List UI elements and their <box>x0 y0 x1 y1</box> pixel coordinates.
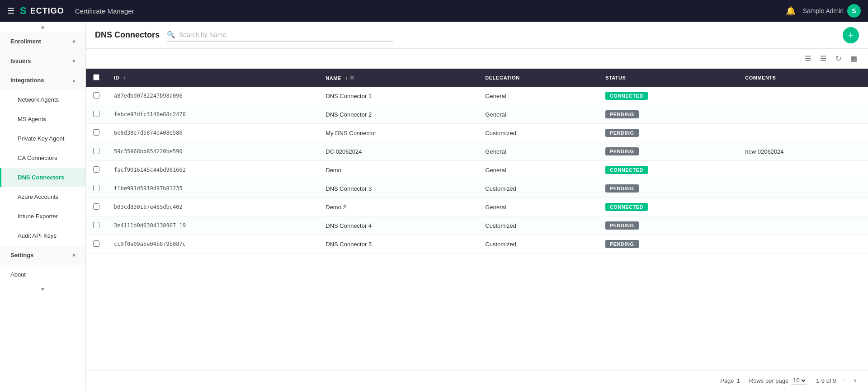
row-id: 3e4111d0d6304138907 19 <box>107 216 318 235</box>
status-badge: PENDING <box>605 221 639 230</box>
sidebar-item-integrations[interactable]: Integrations▲ <box>0 70 85 90</box>
range-label: 1-9 of 9 <box>816 377 836 384</box>
columns-icon[interactable]: ▦ <box>849 52 859 65</box>
rows-per-page-select[interactable]: 10 25 50 <box>791 376 807 385</box>
row-status: PENDING <box>598 142 738 161</box>
sidebar-item-issuers[interactable]: Issuers▼ <box>0 51 85 70</box>
row-checkbox-5[interactable] <box>93 185 99 191</box>
sidebar-scroll-up[interactable]: ▲ <box>0 22 85 32</box>
row-name: DNS Connector 1 <box>318 87 478 105</box>
page-title: DNS Connectors <box>95 30 160 40</box>
chevron-icon-settings: ▼ <box>71 253 76 258</box>
sidebar: ▲ Enrollment▼Issuers▼Integrations▲Networ… <box>0 22 86 390</box>
header-id[interactable]: ID ↑ <box>107 69 318 87</box>
table-row: f1be991d5919497b81235 DNS Connector 3 Cu… <box>86 179 868 198</box>
header-status: STATUS <box>598 69 738 87</box>
row-checkbox-cell <box>86 235 107 254</box>
row-checkbox-2[interactable] <box>93 129 99 136</box>
sidebar-item-private-key-agent[interactable]: Private Key Agent <box>0 129 85 148</box>
row-checkbox-4[interactable] <box>93 166 99 173</box>
status-badge: CONNECTED <box>605 166 648 174</box>
row-delegation: Customized <box>478 124 598 142</box>
header-checkbox-cell <box>86 69 107 87</box>
row-checkbox-8[interactable] <box>93 240 99 247</box>
sidebar-item-intune-exporter[interactable]: Intune Exporter <box>0 207 85 226</box>
page-number: 1 <box>737 377 740 384</box>
sidebar-item-settings[interactable]: Settings▼ <box>0 245 85 265</box>
footer-rows-per-page: Rows per page 10 25 50 <box>749 376 807 385</box>
row-comments <box>738 179 868 198</box>
status-badge: PENDING <box>605 110 639 118</box>
sidebar-item-audit-api-keys[interactable]: Audit API Keys <box>0 226 85 245</box>
sidebar-label-about: About <box>10 271 26 278</box>
status-badge: CONNECTED <box>605 203 648 211</box>
row-name: DNS Connector 5 <box>318 235 478 254</box>
topbar: ☰ S ECTIGO Certificate Manager 🔔 Sample … <box>0 0 868 22</box>
row-checkbox-7[interactable] <box>93 222 99 228</box>
row-checkbox-1[interactable] <box>93 111 99 117</box>
row-delegation: General <box>478 142 598 161</box>
header-name[interactable]: NAME ↑ ✕ <box>318 69 478 87</box>
list-view-icon[interactable]: ☰ <box>818 52 828 65</box>
layout: ▲ Enrollment▼Issuers▼Integrations▲Networ… <box>0 22 868 390</box>
page-header: DNS Connectors 🔍 + <box>86 22 868 49</box>
sidebar-label-intune-exporter: Intune Exporter <box>18 213 58 220</box>
row-id: 6e8d38e7d5874e408e586 <box>107 124 318 142</box>
row-id: a87edbd0782247b98a096 <box>107 87 318 105</box>
row-comments <box>738 198 868 216</box>
row-name: My DNS Connector <box>318 124 478 142</box>
sidebar-item-ca-connectors[interactable]: CA Connectors <box>0 148 85 168</box>
row-delegation: Customized <box>478 216 598 235</box>
row-comments <box>738 161 868 179</box>
main-content: DNS Connectors 🔍 + ☰ ☰ ↻ ▦ <box>86 22 868 390</box>
row-checkbox-0[interactable] <box>93 92 99 99</box>
dns-connectors-table: ID ↑ NAME ↑ ✕ DELEGATION STATUS COMMENTS… <box>86 69 868 254</box>
status-badge: PENDING <box>605 184 639 193</box>
row-name: DNS Connector 4 <box>318 216 478 235</box>
table-row: a87edbd0782247b98a096 DNS Connector 1 Ge… <box>86 87 868 105</box>
row-delegation: Customized <box>478 179 598 198</box>
sidebar-scroll-down[interactable]: ▼ <box>0 284 85 294</box>
refresh-icon[interactable]: ↻ <box>834 52 843 65</box>
sidebar-item-about[interactable]: About <box>0 265 85 284</box>
footer-navigation: 1-9 of 9 ‹ › <box>816 376 859 385</box>
row-id: cc9f0a09a5e04b879b087c <box>107 235 318 254</box>
sidebar-item-enrollment[interactable]: Enrollment▼ <box>0 32 85 51</box>
table-row: facf9016145c44bd981662 Demo General CONN… <box>86 161 868 179</box>
filter-icon[interactable]: ☰ <box>803 52 813 65</box>
sidebar-item-dns-connectors[interactable]: DNS Connectors <box>0 168 85 187</box>
status-badge: CONNECTED <box>605 92 648 100</box>
row-checkbox-6[interactable] <box>93 203 99 210</box>
row-checkbox-cell <box>86 87 107 105</box>
sidebar-label-settings: Settings <box>10 252 33 258</box>
status-badge: PENDING <box>605 129 639 137</box>
notification-bell-icon[interactable]: 🔔 <box>786 6 796 16</box>
table-row: cc9f0a09a5e04b879b087c DNS Connector 5 C… <box>86 235 868 254</box>
next-page-button[interactable]: › <box>851 376 859 385</box>
sidebar-label-integrations: Integrations <box>10 77 44 84</box>
select-all-checkbox[interactable] <box>93 74 99 80</box>
sidebar-item-azure-accounts[interactable]: Azure Accounts <box>0 187 85 207</box>
row-status: CONNECTED <box>598 87 738 105</box>
sidebar-label-issuers: Issuers <box>10 57 31 64</box>
search-icon: 🔍 <box>167 31 175 39</box>
search-input[interactable] <box>179 31 393 38</box>
avatar: S <box>847 4 861 18</box>
table-row: 6e8d38e7d5874e408e586 My DNS Connector C… <box>86 124 868 142</box>
sidebar-item-network-agents[interactable]: Network Agents <box>0 90 85 109</box>
row-checkbox-3[interactable] <box>93 148 99 154</box>
row-comments <box>738 105 868 124</box>
row-checkbox-cell <box>86 198 107 216</box>
row-name: DNS Connector 3 <box>318 179 478 198</box>
user-menu[interactable]: Sample Admin S <box>803 4 861 18</box>
add-button[interactable]: + <box>843 27 859 43</box>
row-delegation: General <box>478 87 598 105</box>
sidebar-item-ms-agents[interactable]: MS Agents <box>0 109 85 129</box>
prev-page-button[interactable]: ‹ <box>840 376 847 385</box>
row-comments <box>738 216 868 235</box>
row-status: PENDING <box>598 124 738 142</box>
sidebar-label-network-agents: Network Agents <box>18 96 59 103</box>
row-name: Demo <box>318 161 478 179</box>
row-delegation: Customized <box>478 235 598 254</box>
hamburger-icon[interactable]: ☰ <box>7 6 14 16</box>
